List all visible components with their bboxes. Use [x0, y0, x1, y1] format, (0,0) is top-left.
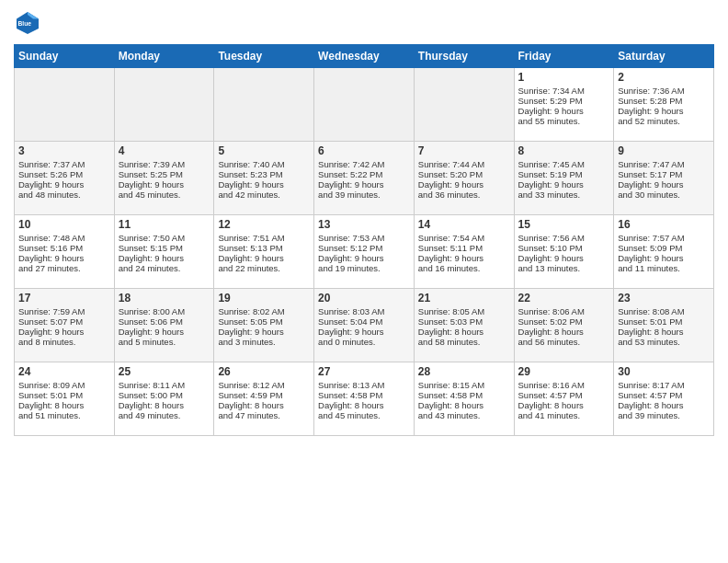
cell-line-3: Daylight: 9 hours — [518, 253, 610, 263]
cell-line-1: Sunrise: 8:06 AM — [518, 306, 610, 316]
cell-line-2: Sunset: 5:26 PM — [18, 169, 110, 179]
cell-line-3: Daylight: 9 hours — [318, 179, 410, 190]
cell-line-1: Sunrise: 7:50 AM — [119, 233, 210, 243]
col-saturday: Saturday — [614, 45, 714, 68]
calendar-cell: 27Sunrise: 8:13 AMSunset: 4:58 PMDayligh… — [314, 362, 415, 436]
calendar-cell — [214, 68, 314, 142]
cell-line-4: and 48 minutes. — [18, 190, 110, 200]
calendar-cell: 29Sunrise: 8:16 AMSunset: 4:57 PMDayligh… — [514, 362, 614, 436]
cell-line-3: Daylight: 9 hours — [218, 253, 310, 263]
cell-line-2: Sunset: 5:17 PM — [618, 169, 710, 179]
cell-line-3: Daylight: 9 hours — [518, 106, 610, 116]
calendar-cell: 13Sunrise: 7:53 AMSunset: 5:12 PMDayligh… — [314, 215, 415, 289]
cell-line-2: Sunset: 5:23 PM — [218, 169, 310, 179]
day-number: 19 — [218, 292, 310, 304]
calendar-cell: 19Sunrise: 8:02 AMSunset: 5:05 PMDayligh… — [214, 289, 314, 362]
cell-line-2: Sunset: 5:05 PM — [218, 316, 310, 327]
day-number: 24 — [18, 365, 110, 378]
cell-line-3: Daylight: 9 hours — [418, 253, 510, 263]
cell-line-1: Sunrise: 8:00 AM — [119, 306, 210, 316]
day-number: 14 — [418, 218, 510, 231]
day-number: 21 — [418, 292, 510, 304]
cell-line-4: and 5 minutes. — [119, 337, 210, 347]
calendar-cell: 9Sunrise: 7:47 AMSunset: 5:17 PMDaylight… — [614, 142, 714, 215]
calendar-cell: 6Sunrise: 7:42 AMSunset: 5:22 PMDaylight… — [314, 142, 415, 215]
cell-line-1: Sunrise: 7:53 AM — [318, 233, 410, 243]
logo: Blue — [14, 9, 45, 37]
calendar-cell: 2Sunrise: 7:36 AMSunset: 5:28 PMDaylight… — [614, 68, 714, 142]
calendar-cell: 30Sunrise: 8:17 AMSunset: 4:57 PMDayligh… — [614, 362, 714, 436]
cell-line-4: and 19 minutes. — [318, 263, 410, 273]
cell-line-3: Daylight: 8 hours — [119, 400, 210, 410]
cell-line-4: and 56 minutes. — [518, 337, 610, 347]
cell-line-3: Daylight: 9 hours — [418, 179, 510, 190]
cell-line-3: Daylight: 9 hours — [618, 179, 710, 190]
cell-line-4: and 47 minutes. — [218, 410, 310, 420]
calendar-cell: 21Sunrise: 8:05 AMSunset: 5:03 PMDayligh… — [414, 289, 514, 362]
cell-line-2: Sunset: 5:13 PM — [218, 243, 310, 253]
calendar-cell: 3Sunrise: 7:37 AMSunset: 5:26 PMDaylight… — [15, 142, 115, 215]
calendar-cell: 28Sunrise: 8:15 AMSunset: 4:58 PMDayligh… — [414, 362, 514, 436]
calendar-table: SundayMondayTuesdayWednesdayThursdayFrid… — [14, 44, 714, 436]
calendar-cell: 15Sunrise: 7:56 AMSunset: 5:10 PMDayligh… — [514, 215, 614, 289]
cell-line-3: Daylight: 9 hours — [18, 253, 110, 263]
calendar-cell: 23Sunrise: 8:08 AMSunset: 5:01 PMDayligh… — [614, 289, 714, 362]
cell-line-4: and 52 minutes. — [618, 116, 710, 126]
cell-line-4: and 53 minutes. — [618, 337, 710, 347]
week-row-5: 24Sunrise: 8:09 AMSunset: 5:01 PMDayligh… — [15, 362, 714, 436]
cell-line-3: Daylight: 9 hours — [518, 179, 610, 190]
calendar-cell: 5Sunrise: 7:40 AMSunset: 5:23 PMDaylight… — [214, 142, 314, 215]
svg-text:Blue: Blue — [18, 20, 32, 27]
cell-line-1: Sunrise: 8:09 AM — [18, 380, 110, 390]
col-sunday: Sunday — [15, 45, 115, 68]
cell-line-1: Sunrise: 7:47 AM — [618, 159, 710, 169]
cell-line-2: Sunset: 5:11 PM — [418, 243, 510, 253]
calendar-cell — [114, 68, 214, 142]
cell-line-4: and 0 minutes. — [318, 337, 410, 347]
col-tuesday: Tuesday — [214, 45, 314, 68]
day-number: 5 — [218, 144, 310, 157]
header: Blue — [14, 9, 714, 37]
cell-line-2: Sunset: 5:01 PM — [18, 390, 110, 400]
cell-line-2: Sunset: 5:07 PM — [18, 316, 110, 327]
cell-line-3: Daylight: 8 hours — [318, 400, 410, 410]
cell-line-4: and 36 minutes. — [418, 190, 510, 200]
day-number: 2 — [618, 71, 710, 84]
cell-line-1: Sunrise: 7:59 AM — [18, 306, 110, 316]
cell-line-3: Daylight: 9 hours — [318, 253, 410, 263]
calendar-cell — [414, 68, 514, 142]
cell-line-3: Daylight: 8 hours — [218, 400, 310, 410]
cell-line-4: and 43 minutes. — [418, 410, 510, 420]
day-number: 12 — [218, 218, 310, 231]
day-number: 8 — [518, 144, 610, 157]
cell-line-1: Sunrise: 7:37 AM — [18, 159, 110, 169]
cell-line-1: Sunrise: 7:56 AM — [518, 233, 610, 243]
cell-line-3: Daylight: 9 hours — [218, 327, 310, 337]
day-number: 7 — [418, 144, 510, 157]
col-wednesday: Wednesday — [314, 45, 415, 68]
day-number: 1 — [518, 71, 610, 84]
calendar-cell: 11Sunrise: 7:50 AMSunset: 5:15 PMDayligh… — [114, 215, 214, 289]
cell-line-1: Sunrise: 7:34 AM — [518, 86, 610, 96]
calendar-cell: 4Sunrise: 7:39 AMSunset: 5:25 PMDaylight… — [114, 142, 214, 215]
cell-line-1: Sunrise: 7:51 AM — [218, 233, 310, 243]
cell-line-3: Daylight: 9 hours — [18, 327, 110, 337]
day-number: 10 — [18, 218, 110, 231]
cell-line-4: and 45 minutes. — [119, 190, 210, 200]
cell-line-1: Sunrise: 7:44 AM — [418, 159, 510, 169]
day-number: 23 — [618, 292, 710, 304]
day-number: 15 — [518, 218, 610, 231]
cell-line-2: Sunset: 5:02 PM — [518, 316, 610, 327]
cell-line-3: Daylight: 9 hours — [119, 327, 210, 337]
calendar-cell — [314, 68, 415, 142]
calendar-cell: 16Sunrise: 7:57 AMSunset: 5:09 PMDayligh… — [614, 215, 714, 289]
header-row: SundayMondayTuesdayWednesdayThursdayFrid… — [15, 45, 714, 68]
day-number: 11 — [119, 218, 210, 231]
calendar-cell: 18Sunrise: 8:00 AMSunset: 5:06 PMDayligh… — [114, 289, 214, 362]
day-number: 26 — [218, 365, 310, 378]
calendar-cell: 22Sunrise: 8:06 AMSunset: 5:02 PMDayligh… — [514, 289, 614, 362]
cell-line-4: and 58 minutes. — [418, 337, 510, 347]
cell-line-2: Sunset: 4:58 PM — [318, 390, 410, 400]
calendar-cell: 10Sunrise: 7:48 AMSunset: 5:16 PMDayligh… — [15, 215, 115, 289]
cell-line-4: and 45 minutes. — [318, 410, 410, 420]
